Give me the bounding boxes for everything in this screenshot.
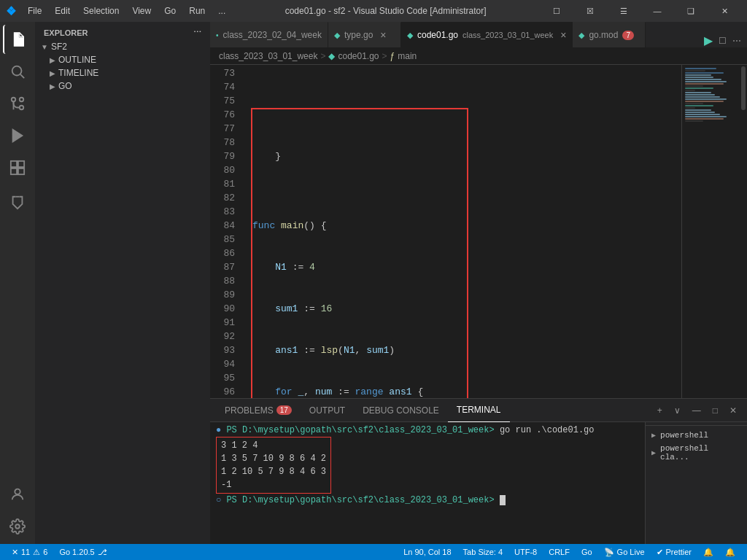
tab-go-icon: ◆ (407, 31, 413, 40)
terminal-main[interactable]: ● PS D:\mysetup\gopath\src\sf2\class_202… (210, 422, 645, 544)
split-editor-icon[interactable]: ☐ (719, 36, 727, 46)
activity-bar (0, 22, 35, 544)
sidebar-item-outline[interactable]: ▶ OUTLINE (35, 53, 210, 66)
close-button[interactable]: ✕ (708, 0, 741, 22)
menu-run[interactable]: Run (183, 4, 211, 18)
problems-badge: 17 (276, 405, 292, 415)
tab-close-icon[interactable]: × (560, 29, 566, 41)
minimap (681, 65, 740, 398)
chevron-right-icon: ▶ (50, 69, 55, 77)
menu-edit[interactable]: Edit (49, 4, 76, 18)
terminal-path: PS D:\mysetup\gopath\src\sf2\class_2023_… (226, 425, 494, 435)
code-editor[interactable]: 7374757677 7879808182 8384858687 8889909… (210, 65, 747, 398)
extensions-icon[interactable] (3, 153, 32, 182)
split-icon[interactable]: ☒ (573, 0, 607, 22)
sidebar-item-timeline[interactable]: ▶ TIMELINE (35, 66, 210, 79)
tab-close-icon[interactable]: × (380, 29, 386, 41)
sidebar-item-go[interactable]: ▶ GO (35, 79, 210, 93)
minimize-button[interactable]: — (640, 0, 674, 22)
terminal-output-line1: 3 1 2 4 (221, 439, 326, 452)
tab-terminal[interactable]: TERMINAL (448, 399, 510, 422)
window-controls: ☐ ☒ ☰ — ❑ ✕ (540, 0, 741, 22)
sidebar-more-icon[interactable]: ⋯ (193, 28, 201, 37)
terminal-content: ● PS D:\mysetup\gopath\src\sf2\class_202… (210, 422, 747, 544)
vertical-scrollbar[interactable] (740, 65, 747, 398)
panel-tabs: PROBLEMS 17 OUTPUT DEBUG CONSOLE TERMINA… (210, 399, 747, 422)
menu-go[interactable]: Go (158, 4, 182, 18)
panel-split-icon[interactable]: ∨ (670, 404, 685, 417)
layout-icon[interactable]: ☐ (540, 0, 573, 22)
svg-rect-9 (11, 161, 17, 167)
tab-label: type.go (344, 30, 373, 40)
scrollbar-thumb[interactable] (741, 66, 746, 110)
svg-point-4 (12, 98, 16, 102)
sidebar-header: EXPLORER ⋯ (35, 22, 210, 40)
breadcrumb-symbol[interactable]: main (398, 51, 417, 61)
sidebar-item-label: OUTLINE (58, 55, 96, 65)
run-debug-icon[interactable] (3, 121, 32, 150)
svg-point-6 (20, 98, 24, 102)
status-notif[interactable]: 🔔 (719, 544, 741, 560)
terminal-entry-powershell[interactable]: ▶ powershell (646, 429, 747, 442)
status-tab-size[interactable]: Tab Size: 4 (457, 544, 508, 560)
breadcrumb-folder[interactable]: class_2023_03_01_week (219, 51, 317, 61)
panel-minimize-icon[interactable]: — (688, 404, 705, 417)
status-errors[interactable]: ✕ 11 ⚠ 6 (6, 544, 53, 560)
svg-point-15 (15, 524, 20, 529)
status-cursor[interactable]: Ln 90, Col 18 (398, 544, 457, 560)
status-go-version[interactable]: Go 1.20.5 ⎇ (53, 544, 112, 560)
tab-go-mod[interactable]: ◆ go.mod 7 (573, 22, 646, 47)
status-encoding[interactable]: UTF-8 (508, 544, 543, 560)
status-language[interactable]: Go (576, 544, 598, 560)
tab-path-label: class_2023_03_01_week (462, 31, 553, 39)
tab-debug-console[interactable]: DEBUG CONSOLE (354, 399, 448, 422)
search-icon[interactable] (3, 57, 32, 86)
tab-code01-go[interactable]: ◆ code01.go class_2023_03_01_week × (401, 22, 573, 47)
panels-icon[interactable]: ☰ (607, 0, 640, 22)
new-terminal-icon[interactable]: + (653, 404, 667, 417)
warning-count: 6 (43, 548, 47, 556)
tab-go-icon: ◆ (334, 31, 340, 40)
breadcrumb-file[interactable]: code01.go (338, 51, 379, 61)
menu-view[interactable]: View (126, 4, 157, 18)
svg-rect-12 (18, 168, 24, 174)
terminal-sidebar: ▶ powershell ▶ powershell cla... (645, 422, 747, 544)
tab-output[interactable]: OUTPUT (301, 399, 354, 422)
panel-close-icon[interactable]: ✕ (725, 404, 741, 417)
account-icon[interactable] (3, 480, 32, 509)
terminal-prompt: ● (216, 425, 221, 435)
sidebar: EXPLORER ⋯ ▼ SF2 ▶ OUTLINE ▶ TIMELINE ▶ … (35, 22, 210, 544)
terminal-entry-powershell-cla[interactable]: ▶ powershell cla... (646, 442, 747, 464)
run-file-icon[interactable]: ▶ (704, 34, 713, 47)
tab-problems[interactable]: PROBLEMS 17 (216, 399, 301, 422)
status-go-live[interactable]: 📡 Go Live (598, 544, 651, 560)
menu-bar: File Edit Selection View Go Run ... (22, 4, 231, 18)
tab-label: PROBLEMS (225, 405, 274, 416)
source-control-icon[interactable] (3, 89, 32, 118)
test-icon[interactable] (3, 188, 32, 217)
tab-badge: 7 (622, 31, 634, 40)
sidebar-item-label: GO (58, 81, 72, 91)
terminal-output-line2: 1 3 5 7 10 9 8 6 4 2 (221, 452, 326, 465)
menu-file[interactable]: File (22, 4, 47, 18)
more-tabs-icon[interactable]: ⋯ (732, 36, 741, 46)
tab-label: DEBUG CONSOLE (363, 405, 439, 416)
status-prettier[interactable]: ✔ Prettier (651, 544, 697, 560)
panel-maximize-icon[interactable]: □ (708, 404, 722, 417)
breadcrumb-symbol-icon: ƒ (390, 51, 395, 61)
svg-point-5 (20, 106, 24, 110)
tab-class-week[interactable]: • class_2023_02_04_week (210, 22, 328, 47)
status-bell[interactable]: 🔔 (697, 544, 719, 560)
code-content[interactable]: } func main() { N1 := 4 sum1 := 16 ans1 … (247, 65, 681, 398)
settings-icon[interactable] (3, 512, 32, 541)
menu-selection[interactable]: Selection (77, 4, 125, 18)
menu-more[interactable]: ... (212, 4, 231, 18)
main-layout: EXPLORER ⋯ ▼ SF2 ▶ OUTLINE ▶ TIMELINE ▶ … (0, 22, 747, 544)
terminal-prompt-line: ● PS D:\mysetup\gopath\src\sf2\class_202… (216, 425, 639, 435)
terminal-panel: PROBLEMS 17 OUTPUT DEBUG CONSOLE TERMINA… (210, 398, 747, 544)
maximize-button[interactable]: ❑ (674, 0, 708, 22)
explorer-icon[interactable] (3, 25, 32, 54)
status-line-ending[interactable]: CRLF (543, 544, 576, 560)
tab-type-go[interactable]: ◆ type.go × (328, 22, 401, 47)
sidebar-item-sf2[interactable]: ▼ SF2 (35, 40, 210, 53)
